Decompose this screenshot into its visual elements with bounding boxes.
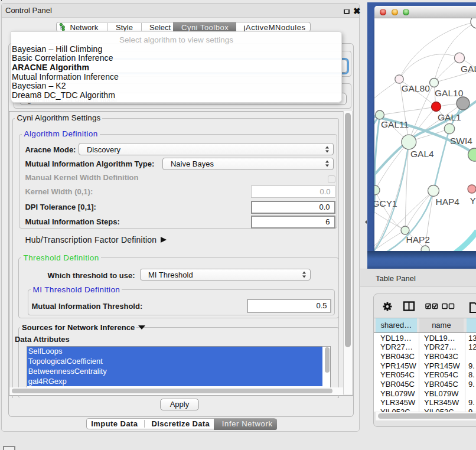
svg-text:HAP4: HAP4 [436,197,460,207]
svg-text:GAL: GAL [461,64,476,74]
svg-text:GAL11: GAL11 [381,119,409,129]
svg-text:GAL10: GAL10 [435,88,464,98]
svg-text:Y: Y [470,195,476,206]
svg-text:GAL4: GAL4 [410,149,434,159]
svg-text:HAP2: HAP2 [406,234,431,244]
svg-text:GAL80: GAL80 [402,83,431,93]
svg-text:SWI4: SWI4 [450,136,472,146]
svg-text:GAL1: GAL1 [438,112,461,122]
svg-text:GCY1: GCY1 [374,198,397,208]
